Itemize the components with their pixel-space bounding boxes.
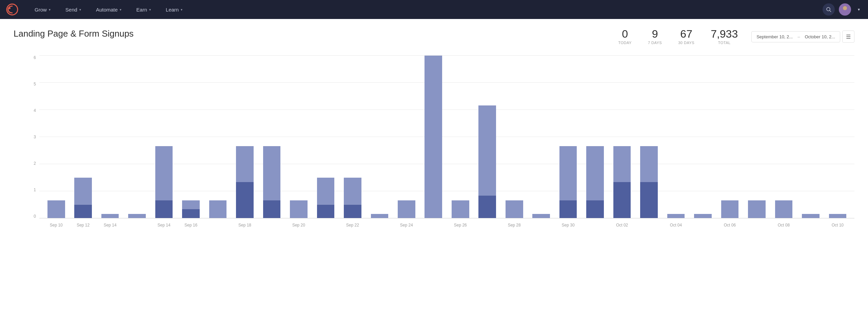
bar-stack	[802, 191, 820, 218]
bar-stack	[236, 110, 254, 218]
bar-group	[635, 56, 662, 218]
x-axis-label	[581, 218, 608, 232]
x-axis-label: Oct 02	[609, 218, 635, 232]
bars	[39, 56, 854, 218]
bar-segment-light	[47, 200, 65, 218]
bar-group	[743, 56, 770, 218]
logo[interactable]	[5, 3, 19, 16]
bar-stack	[317, 137, 335, 218]
nav-send[interactable]: Send ▾	[58, 0, 88, 19]
bar-group	[123, 56, 150, 218]
bar-segment-light	[532, 214, 550, 218]
bar-segment-light	[667, 214, 685, 218]
x-axis-label	[258, 218, 285, 232]
bar-stack	[748, 164, 766, 218]
x-axis-label	[635, 218, 662, 232]
bar-segment-light	[101, 214, 119, 218]
stat-total: 7,933 TOTAL	[711, 28, 738, 45]
x-axis-label	[420, 218, 447, 232]
y-axis-label: 4	[27, 108, 38, 113]
bar-segment-light	[74, 178, 92, 205]
bar-segment-dark	[640, 182, 658, 218]
stats-and-filter: 0 TODAY 9 7 DAYS 67 30 DAYS 7,933 TOTAL	[618, 28, 854, 45]
bar-group	[97, 56, 123, 218]
svg-point-2	[827, 7, 830, 11]
bar-segment-dark	[586, 200, 604, 218]
bar-segment-light	[452, 200, 469, 218]
bar-stack	[829, 191, 847, 218]
chevron-down-icon: ▾	[149, 8, 151, 12]
stat-30days: 67 30 DAYS	[678, 28, 694, 45]
account-expand-button[interactable]: ▾	[855, 6, 863, 13]
search-icon-button[interactable]	[823, 3, 835, 16]
stat-7days: 9 7 DAYS	[648, 28, 662, 45]
x-axis-label	[123, 218, 150, 232]
page-title: Landing Page & Form Signups	[14, 28, 134, 39]
bar-segment-light	[802, 214, 820, 218]
bar-stack	[155, 110, 173, 218]
bar-segment-light	[721, 200, 739, 218]
bar-stack	[640, 110, 658, 218]
filter-end-date: October 10, 2...	[805, 34, 835, 39]
y-axis-label: 5	[27, 82, 38, 86]
bar-segment-dark	[613, 182, 631, 218]
svg-point-5	[842, 11, 848, 14]
chevron-down-icon: ▾	[79, 8, 81, 12]
bar-group	[501, 56, 528, 218]
stat-today: 0 TODAY	[618, 28, 631, 45]
bar-group	[447, 56, 474, 218]
nav-earn[interactable]: Earn ▾	[129, 0, 158, 19]
chevron-down-icon: ▾	[120, 8, 121, 12]
bar-group	[339, 56, 366, 218]
bar-stack	[694, 191, 712, 218]
date-range-filter[interactable]: September 10, 2... – October 10, 2...	[751, 31, 840, 42]
bar-segment-dark	[155, 200, 173, 218]
nav-right-controls: ▾	[823, 3, 863, 16]
bar-stack	[478, 83, 496, 218]
bar-group	[689, 56, 716, 218]
bar-stack	[532, 191, 550, 218]
x-axis-label: Oct 08	[770, 218, 797, 232]
x-axis-label: Sep 10	[43, 218, 70, 232]
bar-segment-light	[182, 200, 200, 210]
nav-automate[interactable]: Automate ▾	[88, 0, 129, 19]
bar-stack	[47, 164, 65, 218]
bar-group	[70, 56, 96, 218]
bar-group	[151, 56, 177, 218]
bar-segment-light	[586, 146, 604, 200]
bar-segment-light	[128, 214, 146, 218]
bar-segment-light	[640, 146, 658, 182]
bar-group	[528, 56, 554, 218]
avatar[interactable]	[839, 3, 851, 16]
svg-line-3	[830, 11, 831, 12]
menu-lines-icon: ☰	[846, 34, 851, 40]
bar-group	[258, 56, 285, 218]
nav-learn[interactable]: Learn ▾	[158, 0, 190, 19]
date-separator: –	[797, 34, 800, 39]
x-axis-label: Sep 26	[447, 218, 474, 232]
filter-menu-button[interactable]: ☰	[842, 31, 854, 43]
bar-segment-light	[209, 200, 227, 218]
x-axis-label: Oct 04	[663, 218, 689, 232]
chart-area: Sep 10Sep 12Sep 14Sep 14Sep 16Sep 18Sep …	[39, 56, 854, 232]
bar-stack	[452, 164, 469, 218]
bar-segment-light	[263, 146, 281, 200]
bar-stack	[182, 164, 200, 218]
x-axis-label: Oct 10	[824, 218, 851, 232]
bar-group	[581, 56, 608, 218]
bar-stack	[586, 110, 604, 218]
x-axis-label: Sep 16	[177, 218, 204, 232]
x-axis-label: Sep 14	[151, 218, 177, 232]
bar-stack	[74, 137, 92, 218]
x-axis-label: Sep 22	[339, 218, 366, 232]
bar-segment-dark	[236, 182, 254, 218]
bar-segment-dark	[344, 205, 361, 218]
bar-segment-light	[425, 56, 442, 218]
x-axis-label	[797, 218, 824, 232]
bar-segment-dark	[559, 200, 577, 218]
x-axis: Sep 10Sep 12Sep 14Sep 14Sep 16Sep 18Sep …	[39, 218, 854, 232]
y-axis-label: 1	[27, 188, 38, 192]
nav-grow[interactable]: Grow ▾	[27, 0, 58, 19]
bar-stack	[559, 110, 577, 218]
x-axis-label	[366, 218, 393, 232]
